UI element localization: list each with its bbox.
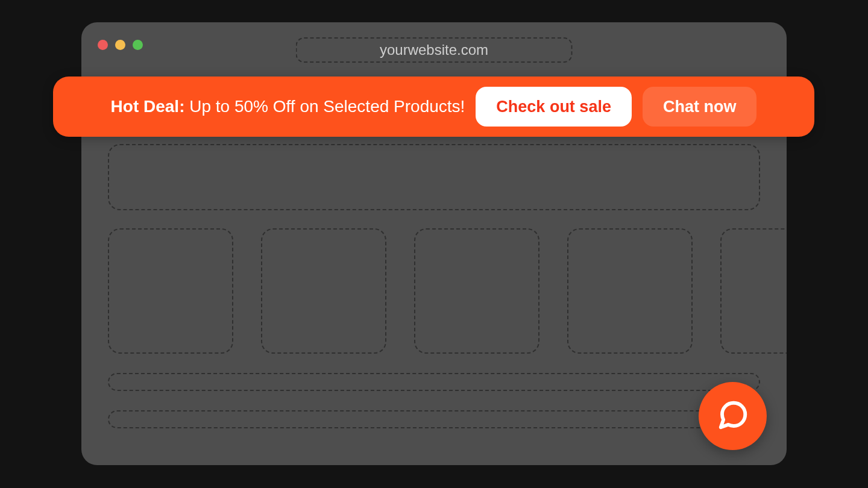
url-text: yourwebsite.com (380, 42, 488, 58)
close-window-icon[interactable] (98, 40, 108, 50)
card-placeholder (720, 228, 787, 354)
minimize-window-icon[interactable] (115, 40, 125, 50)
button-label: Check out sale (496, 98, 611, 116)
maximize-window-icon[interactable] (133, 40, 143, 50)
checkout-sale-button[interactable]: Check out sale (476, 87, 632, 127)
chat-now-button[interactable]: Chat now (643, 87, 757, 127)
card-placeholder (261, 228, 386, 354)
url-bar[interactable]: yourwebsite.com (296, 37, 573, 63)
card-placeholder (414, 228, 539, 354)
promo-text: Hot Deal: Up to 50% Off on Selected Prod… (111, 97, 465, 116)
chat-icon (717, 399, 749, 434)
promo-banner: Hot Deal: Up to 50% Off on Selected Prod… (53, 77, 814, 137)
chat-fab-button[interactable] (699, 382, 767, 450)
card-placeholder (108, 228, 233, 354)
hero-placeholder (108, 144, 760, 210)
window-controls (98, 40, 143, 50)
card-row (108, 228, 787, 354)
button-label: Chat now (663, 98, 737, 116)
card-placeholder (567, 228, 693, 354)
text-line-placeholder (108, 410, 760, 428)
promo-prefix: Hot Deal: (111, 97, 185, 116)
promo-message: Up to 50% Off on Selected Products! (184, 97, 465, 116)
text-line-placeholder (108, 373, 760, 391)
